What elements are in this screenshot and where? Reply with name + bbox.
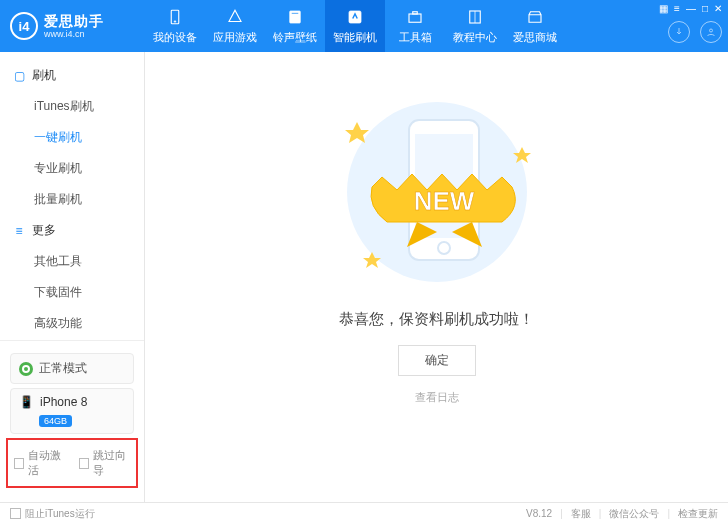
sidebar-item-download-firmware[interactable]: 下载固件 bbox=[0, 277, 144, 308]
skin-button[interactable]: ▦ bbox=[659, 3, 668, 14]
phone-outline-icon: ▢ bbox=[12, 69, 26, 83]
check-update-link[interactable]: 检查更新 bbox=[678, 507, 718, 521]
nav-label: 智能刷机 bbox=[333, 30, 377, 45]
top-right-buttons bbox=[668, 0, 722, 52]
nav-flash[interactable]: 智能刷机 bbox=[325, 0, 385, 52]
sidebar-item-oneclick-flash[interactable]: 一键刷机 bbox=[0, 122, 144, 153]
content-body: ▢ 刷机 iTunes刷机 一键刷机 专业刷机 批量刷机 ≡ 更多 其他工具 下… bbox=[0, 52, 728, 502]
sidebar-heading-label: 更多 bbox=[32, 222, 56, 239]
status-bar: 阻止iTunes运行 V8.12 | 客服 | 微信公众号 | 检查更新 bbox=[0, 502, 728, 524]
ok-button[interactable]: 确定 bbox=[398, 345, 476, 376]
main-panel: NEW 恭喜您，保资料刷机成功啦！ 确定 查看日志 bbox=[145, 52, 728, 502]
note-icon bbox=[286, 8, 304, 26]
apps-icon bbox=[226, 8, 244, 26]
success-illustration: NEW bbox=[317, 92, 557, 292]
svg-rect-6 bbox=[413, 11, 418, 13]
list-icon: ≡ bbox=[12, 224, 26, 238]
sidebar-item-itunes-flash[interactable]: iTunes刷机 bbox=[0, 91, 144, 122]
sidebar-heading-label: 刷机 bbox=[32, 67, 56, 84]
flash-icon bbox=[346, 8, 364, 26]
checkbox-label: 跳过向导 bbox=[93, 448, 130, 478]
svg-rect-3 bbox=[291, 12, 299, 14]
device-phone-icon: 📱 bbox=[19, 395, 34, 409]
app-logo: i4 爱思助手 www.i4.cn bbox=[0, 12, 145, 40]
view-log-link[interactable]: 查看日志 bbox=[415, 390, 459, 405]
svg-rect-5 bbox=[409, 14, 421, 22]
status-dot-icon bbox=[19, 362, 33, 376]
device-row[interactable]: 📱 iPhone 8 64GB bbox=[10, 388, 134, 434]
sidebar-item-batch-flash[interactable]: 批量刷机 bbox=[0, 184, 144, 215]
app-name: 爱思助手 bbox=[44, 14, 104, 28]
sidebar-item-advanced[interactable]: 高级功能 bbox=[0, 308, 144, 339]
download-button[interactable] bbox=[668, 21, 690, 43]
title-bar: i4 爱思助手 www.i4.cn 我的设备 应用游戏 铃声壁纸 智能刷机 工具… bbox=[0, 0, 728, 52]
nav-ringtone[interactable]: 铃声壁纸 bbox=[265, 0, 325, 52]
success-message: 恭喜您，保资料刷机成功啦！ bbox=[339, 310, 534, 329]
sidebar-heading-flash: ▢ 刷机 bbox=[0, 60, 144, 91]
account-button[interactable] bbox=[700, 21, 722, 43]
nav-label: 爱思商城 bbox=[513, 30, 557, 45]
svg-point-9 bbox=[710, 29, 713, 32]
wechat-link[interactable]: 微信公众号 bbox=[609, 507, 659, 521]
nav-toolbox[interactable]: 工具箱 bbox=[385, 0, 445, 52]
nav-label: 我的设备 bbox=[153, 30, 197, 45]
nav-apps[interactable]: 应用游戏 bbox=[205, 0, 265, 52]
sidebar-item-other-tools[interactable]: 其他工具 bbox=[0, 246, 144, 277]
svg-point-1 bbox=[174, 20, 176, 22]
checkbox-skip-setup[interactable]: 跳过向导 bbox=[79, 448, 130, 478]
checkbox-icon bbox=[79, 458, 89, 469]
version-label: V8.12 bbox=[526, 508, 552, 519]
sidebar-heading-more: ≡ 更多 bbox=[0, 215, 144, 246]
nav-label: 应用游戏 bbox=[213, 30, 257, 45]
nav-tutorial[interactable]: 教程中心 bbox=[445, 0, 505, 52]
highlighted-options: 自动激活 跳过向导 bbox=[6, 438, 138, 488]
nav-label: 铃声壁纸 bbox=[273, 30, 317, 45]
book-icon bbox=[466, 8, 484, 26]
nav-store[interactable]: 爱思商城 bbox=[505, 0, 565, 52]
checkbox-label: 阻止iTunes运行 bbox=[25, 507, 95, 521]
app-url: www.i4.cn bbox=[44, 30, 104, 39]
toolbox-icon bbox=[406, 8, 424, 26]
phone-icon bbox=[166, 8, 184, 26]
checkbox-icon bbox=[10, 508, 21, 519]
checkbox-label: 自动激活 bbox=[28, 448, 65, 478]
banner-text: NEW bbox=[413, 186, 474, 216]
device-mode-label: 正常模式 bbox=[39, 360, 87, 377]
checkbox-auto-activate[interactable]: 自动激活 bbox=[14, 448, 65, 478]
sidebar-item-pro-flash[interactable]: 专业刷机 bbox=[0, 153, 144, 184]
device-mode-row[interactable]: 正常模式 bbox=[10, 353, 134, 384]
checkbox-block-itunes[interactable]: 阻止iTunes运行 bbox=[10, 507, 95, 521]
storage-badge: 64GB bbox=[39, 415, 72, 427]
main-nav: 我的设备 应用游戏 铃声壁纸 智能刷机 工具箱 教程中心 爱思商城 bbox=[145, 0, 565, 52]
checkbox-icon bbox=[14, 458, 24, 469]
support-link[interactable]: 客服 bbox=[571, 507, 591, 521]
nav-label: 工具箱 bbox=[399, 30, 432, 45]
sidebar: ▢ 刷机 iTunes刷机 一键刷机 专业刷机 批量刷机 ≡ 更多 其他工具 下… bbox=[0, 52, 145, 502]
nav-device[interactable]: 我的设备 bbox=[145, 0, 205, 52]
nav-label: 教程中心 bbox=[453, 30, 497, 45]
sidebar-bottom: 正常模式 📱 iPhone 8 64GB 自动激活 跳过向导 bbox=[0, 340, 144, 502]
store-icon bbox=[526, 8, 544, 26]
logo-icon: i4 bbox=[10, 12, 38, 40]
device-name: iPhone 8 bbox=[40, 395, 87, 409]
